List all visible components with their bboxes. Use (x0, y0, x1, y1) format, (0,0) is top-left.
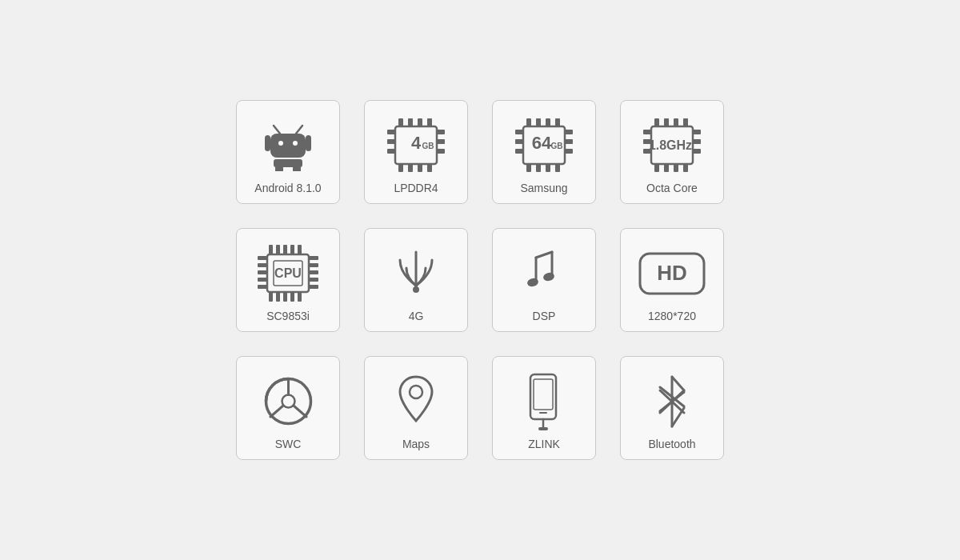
signal-icon (373, 240, 459, 306)
card-maps: Maps (364, 356, 468, 460)
svg-rect-44 (654, 118, 659, 126)
svg-rect-61 (276, 245, 280, 254)
svg-line-104 (672, 377, 684, 390)
svg-rect-11 (408, 118, 413, 126)
svg-rect-33 (546, 164, 550, 172)
svg-line-108 (672, 390, 684, 402)
svg-rect-12 (418, 118, 422, 126)
card-label-4g: 4G (409, 310, 424, 323)
svg-line-111 (660, 402, 672, 413)
card-samsung: 64 GB Samsung (492, 100, 596, 204)
svg-text:GB: GB (422, 142, 434, 150)
svg-rect-47 (683, 118, 688, 126)
music-icon (501, 240, 587, 306)
svg-rect-68 (290, 292, 294, 302)
svg-rect-102 (538, 427, 548, 430)
card-label-maps: Maps (402, 438, 430, 451)
svg-rect-16 (418, 164, 422, 172)
features-grid: Android 8.1.0 (236, 100, 724, 460)
svg-rect-14 (398, 164, 403, 172)
card-android: Android 8.1.0 (236, 100, 340, 204)
svg-point-97 (410, 386, 422, 398)
svg-rect-69 (298, 292, 302, 302)
svg-rect-28 (536, 118, 541, 126)
cpu-icon: CPU (245, 240, 331, 306)
svg-rect-17 (427, 164, 432, 172)
svg-rect-18 (387, 130, 395, 134)
svg-rect-37 (515, 149, 523, 154)
svg-rect-75 (309, 256, 318, 260)
svg-line-109 (672, 402, 684, 413)
svg-rect-72 (258, 270, 267, 274)
svg-rect-8 (265, 135, 270, 151)
svg-rect-38 (565, 130, 573, 134)
card-label-bluetooth: Bluetooth (648, 438, 695, 451)
svg-rect-7 (293, 166, 301, 171)
chip64gb-icon: 64 GB (501, 112, 587, 178)
svg-rect-9 (306, 135, 311, 151)
svg-text:4: 4 (411, 133, 422, 153)
svg-rect-67 (283, 292, 287, 302)
svg-rect-22 (437, 139, 445, 144)
svg-text:GB: GB (551, 142, 563, 150)
android-icon (245, 112, 331, 178)
svg-rect-65 (269, 292, 273, 302)
svg-rect-62 (283, 245, 287, 254)
svg-rect-13 (427, 118, 432, 126)
card-zlink: ZLINK (492, 356, 596, 460)
card-lpddr4: 4 GB LPDDR4 (364, 100, 468, 204)
card-dsp: DSP (492, 228, 596, 332)
steering-icon (245, 368, 331, 434)
card-swc: SWC (236, 356, 340, 460)
card-1280x720: HD 1280*720 (620, 228, 724, 332)
card-label-android: Android 8.1.0 (254, 182, 321, 195)
svg-rect-35 (515, 130, 523, 134)
svg-point-86 (526, 277, 538, 287)
svg-rect-52 (643, 130, 651, 134)
svg-rect-48 (654, 164, 659, 172)
svg-rect-46 (674, 118, 678, 126)
svg-point-88 (542, 271, 554, 282)
svg-text:HD: HD (657, 261, 687, 285)
svg-rect-70 (258, 256, 267, 260)
card-label-dsp: DSP (533, 310, 556, 323)
card-label-octa-core: Octa Core (646, 182, 698, 195)
svg-rect-78 (309, 278, 318, 282)
svg-rect-56 (693, 139, 701, 144)
svg-rect-19 (387, 139, 395, 144)
svg-rect-29 (546, 118, 550, 126)
hd-icon: HD (629, 240, 715, 306)
svg-point-1 (278, 141, 283, 146)
zlink-icon (501, 368, 587, 434)
card-label-1280x720: 1280*720 (648, 310, 696, 323)
svg-rect-79 (309, 285, 318, 289)
card-sc9853i: CPU SC9853i (236, 228, 340, 332)
svg-rect-66 (276, 292, 280, 302)
svg-line-96 (294, 406, 306, 417)
card-label-swc: SWC (275, 438, 302, 451)
svg-line-3 (274, 126, 280, 134)
svg-rect-21 (437, 130, 445, 134)
svg-rect-74 (258, 285, 267, 289)
chip18ghz-icon: 1.8GHz (629, 112, 715, 178)
svg-rect-49 (664, 164, 669, 172)
svg-rect-71 (258, 263, 267, 267)
svg-rect-27 (526, 118, 531, 126)
svg-rect-57 (693, 149, 701, 154)
svg-rect-0 (270, 134, 306, 158)
svg-text:1.8GHz: 1.8GHz (649, 138, 692, 152)
svg-rect-45 (664, 118, 669, 126)
svg-rect-10 (398, 118, 403, 126)
svg-rect-40 (565, 149, 573, 154)
maps-icon (373, 368, 459, 434)
svg-rect-77 (309, 270, 318, 274)
bluetooth-icon (629, 368, 715, 434)
svg-rect-64 (298, 245, 302, 254)
card-bluetooth: Bluetooth (620, 356, 724, 460)
svg-rect-36 (515, 139, 523, 144)
svg-rect-50 (674, 164, 678, 172)
svg-rect-55 (693, 130, 701, 134)
svg-rect-73 (258, 278, 267, 282)
svg-rect-6 (275, 166, 283, 171)
svg-line-95 (270, 406, 283, 417)
